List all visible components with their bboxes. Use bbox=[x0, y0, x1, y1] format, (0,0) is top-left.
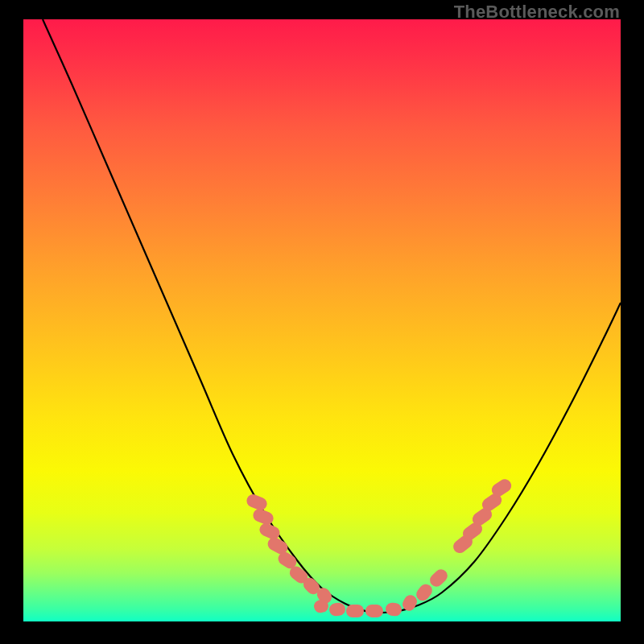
curve-marker bbox=[365, 605, 384, 618]
bottleneck-curve bbox=[23, 19, 621, 621]
curve-marker bbox=[346, 605, 364, 617]
chart-plot-area bbox=[23, 19, 621, 621]
